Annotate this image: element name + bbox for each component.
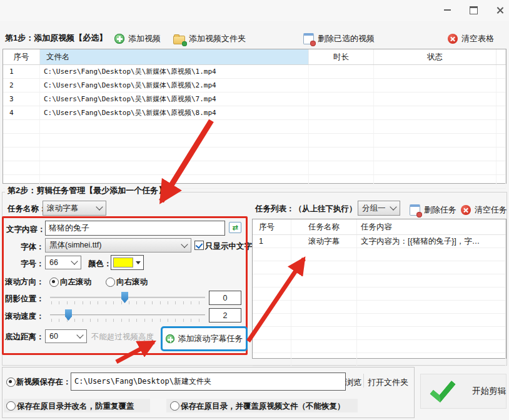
task-list-label: 任务列表：（从上往下执行） bbox=[255, 204, 357, 214]
minimize-button[interactable] bbox=[439, 3, 455, 17]
empty-row bbox=[253, 340, 506, 353]
close-button[interactable] bbox=[491, 3, 508, 17]
task-name-label: 任务名称： bbox=[8, 204, 47, 214]
save-rename-label: 保存在原目录并改名，防重复覆盖 bbox=[17, 401, 134, 412]
task-name-dropdown[interactable]: 滚动字幕 bbox=[43, 201, 106, 216]
clear-task-button[interactable]: 清空任务 bbox=[461, 202, 507, 218]
save-overwrite-label: 保存在原目录，并覆盖原视频文件（不能恢复） bbox=[181, 401, 345, 412]
col-index: 序号 bbox=[3, 49, 40, 64]
empty-row bbox=[253, 314, 506, 327]
save-rename-radio[interactable] bbox=[6, 401, 16, 411]
col-filename: 文件名 bbox=[40, 49, 309, 64]
files-table: 序号 文件名 时长 状态 1 C:\Users\Fang\Desktop\吴\新… bbox=[3, 49, 506, 184]
minimize-icon bbox=[444, 9, 451, 11]
maximize-button[interactable] bbox=[465, 3, 481, 17]
start-check-icon bbox=[430, 375, 456, 402]
file-row[interactable]: 4 C:\Users\Fang\Desktop\吴\新媒体\原视频\8.mp4 bbox=[3, 106, 506, 120]
start-editing-button[interactable]: 开始剪辑 bbox=[420, 374, 506, 409]
empty-row bbox=[3, 134, 506, 148]
empty-row bbox=[253, 353, 506, 366]
add-task-plus-icon bbox=[166, 334, 174, 343]
open-folder-button[interactable]: 打开文件夹 bbox=[368, 377, 408, 388]
file-row[interactable]: 2 C:\Users\Fang\Desktop\吴\新媒体\原视频\2.mp4 bbox=[3, 79, 506, 92]
step1-label: 第1步：添加原视频【必选】 bbox=[5, 32, 107, 44]
title-bar bbox=[0, 0, 509, 21]
save-to-label: 新视频保存在： bbox=[16, 377, 71, 388]
file-row[interactable]: 1 C:\Users\Fang\Desktop\吴\新媒体\原视频\1.mp4 bbox=[3, 65, 506, 79]
empty-row bbox=[253, 327, 506, 340]
clear-table-icon bbox=[448, 34, 458, 44]
start-editing-label: 开始剪辑 bbox=[472, 386, 506, 397]
add-video-label: 添加视频 bbox=[128, 33, 161, 44]
delete-selected-label: 删除已选的视频 bbox=[318, 33, 375, 44]
clear-task-label: 清空任务 bbox=[475, 204, 507, 216]
empty-row bbox=[253, 261, 506, 274]
empty-row bbox=[3, 148, 506, 161]
app-window: 第1步：添加原视频【必选】 添加视频 添加视频文件夹 删除已选的视频 清空表格 … bbox=[0, 0, 509, 420]
empty-row bbox=[3, 161, 506, 175]
col-duration: 时长 bbox=[309, 49, 374, 64]
clear-task-icon bbox=[461, 205, 471, 215]
delete-selected-videos-button[interactable]: 删除已选的视频 bbox=[303, 31, 375, 46]
delete-task-icon bbox=[410, 204, 420, 216]
add-scroll-subtitle-task-button[interactable]: 添加滚动字幕任务 bbox=[161, 326, 248, 351]
add-video-folder-button[interactable]: 添加视频文件夹 bbox=[173, 31, 246, 46]
task-table-header: 序号 任务名称 任务内容 bbox=[253, 219, 506, 235]
add-task-label: 添加滚动字幕任务 bbox=[178, 333, 243, 344]
browse-button[interactable]: 浏览 bbox=[345, 377, 361, 388]
close-icon bbox=[496, 6, 504, 14]
file-row[interactable]: 3 C:\Users\Fang\Desktop\吴\新媒体\原视频\7.mp4 bbox=[3, 92, 506, 106]
task-table: 序号 任务名称 任务内容 1 滚动字幕 文字内容为：[{猪猪的兔子}]，字… bbox=[252, 219, 506, 359]
clear-table-button[interactable]: 清空表格 bbox=[448, 31, 494, 46]
save-path-input[interactable]: C:\Users\Fang\Desktop\新建文件夹 bbox=[71, 372, 346, 391]
add-video-button[interactable]: 添加视频 bbox=[114, 31, 161, 46]
add-video-icon bbox=[114, 34, 124, 44]
files-table-header: 序号 文件名 时长 状态 bbox=[3, 49, 506, 65]
add-video-folder-label: 添加视频文件夹 bbox=[189, 33, 246, 44]
group-dropdown[interactable]: 分组一 bbox=[358, 201, 400, 216]
add-folder-icon bbox=[173, 36, 185, 44]
empty-row bbox=[253, 274, 506, 288]
save-overwrite-radio[interactable] bbox=[170, 401, 179, 411]
clear-table-label: 清空表格 bbox=[461, 33, 494, 44]
col-status: 状态 bbox=[374, 49, 496, 64]
step2-label: 第2步：剪辑任务管理【最少添加一个任务】 bbox=[5, 185, 169, 196]
task-row[interactable]: 1 滚动字幕 文字内容为：[{猪猪的兔子}]，字… bbox=[253, 235, 506, 248]
maximize-icon bbox=[470, 6, 478, 14]
save-to-new-folder-radio[interactable] bbox=[6, 378, 16, 387]
empty-row bbox=[253, 248, 506, 261]
chevron-down-icon bbox=[96, 203, 103, 210]
empty-row bbox=[253, 288, 506, 301]
empty-row bbox=[253, 301, 506, 314]
delete-selected-icon bbox=[303, 33, 314, 44]
delete-task-button[interactable]: 删除任务 bbox=[410, 202, 456, 218]
divider bbox=[363, 374, 364, 388]
empty-row bbox=[3, 120, 506, 134]
chevron-down-icon bbox=[390, 203, 396, 210]
delete-task-label: 删除任务 bbox=[424, 204, 456, 216]
